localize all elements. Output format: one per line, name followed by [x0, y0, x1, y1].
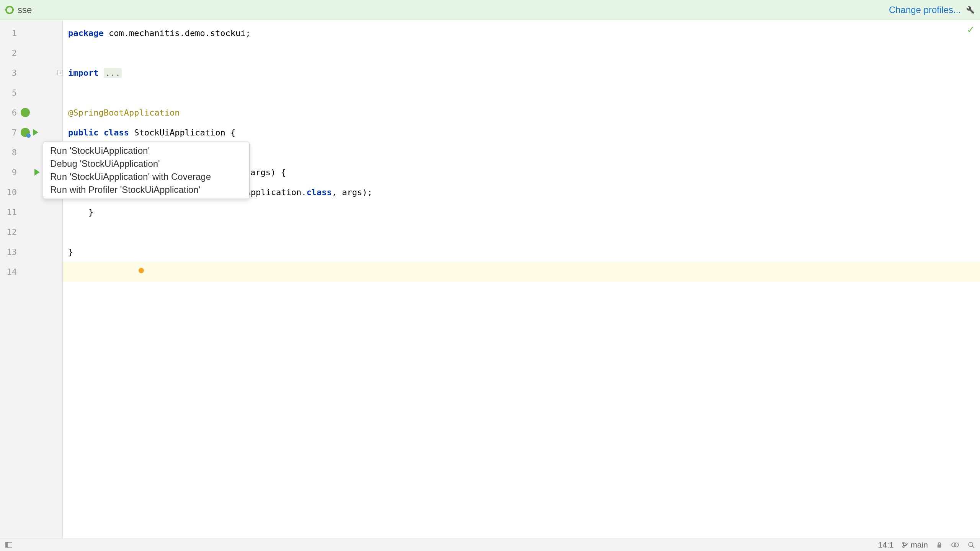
package-name: com.mechanitis.demo.stockui;: [104, 28, 251, 38]
spring-java-icon[interactable]: [21, 128, 30, 137]
svg-point-2: [906, 543, 907, 544]
line-number: 8: [0, 148, 19, 157]
wrench-icon[interactable]: [966, 6, 975, 14]
code-line: [63, 83, 980, 103]
code-text: , args);: [332, 187, 372, 197]
line-number: 1: [0, 28, 19, 38]
code-line: import ...: [63, 63, 980, 83]
keyword: public: [68, 128, 98, 137]
line-number: 7: [0, 128, 19, 137]
cursor-position[interactable]: 14:1: [878, 540, 894, 549]
class-declaration: StockUiApplication {: [129, 128, 235, 137]
gutter-line: 7: [0, 122, 62, 142]
run-triangle-icon[interactable]: [33, 129, 38, 136]
code-text: }: [68, 247, 73, 257]
tool-window-toggle-icon[interactable]: [5, 542, 12, 548]
code-line: [63, 43, 980, 63]
gutter-line: 2: [0, 43, 62, 63]
line-number: 9: [0, 168, 19, 177]
branch-name: main: [910, 540, 928, 549]
banner-title: sse: [18, 5, 32, 15]
run-triangle-icon[interactable]: [34, 169, 40, 176]
status-bar: 14:1 main: [0, 538, 980, 551]
line-number: 3: [0, 68, 19, 78]
lock-icon[interactable]: [936, 541, 942, 548]
banner-left: sse: [5, 5, 32, 15]
editor-container: 1 2 3 + 5 6 7 8 9: [0, 20, 980, 538]
folded-imports[interactable]: ...: [104, 68, 122, 78]
gutter-icons: [32, 169, 40, 176]
keyword: import: [68, 68, 98, 78]
spring-boot-icon: [5, 6, 14, 14]
banner-right: Change profiles...: [889, 5, 975, 15]
svg-point-5: [954, 543, 959, 547]
keyword: package: [68, 28, 104, 38]
line-number: 6: [0, 108, 19, 117]
line-number: 2: [0, 48, 19, 58]
gutter-line: 12: [0, 222, 62, 242]
code-line: package com.mechanitis.demo.stockui;: [63, 23, 980, 43]
menu-debug[interactable]: Debug 'StockUiApplication': [43, 157, 249, 170]
svg-line-7: [972, 546, 974, 548]
git-branch-widget[interactable]: main: [902, 540, 928, 549]
code-line: }: [63, 242, 980, 262]
code-line-current: [63, 262, 980, 282]
code-area[interactable]: ✓ package com.mechanitis.demo.stockui; i…: [63, 20, 980, 538]
svg-point-0: [903, 542, 904, 544]
code-line: [63, 222, 980, 242]
services-icon[interactable]: [951, 541, 959, 548]
search-icon[interactable]: [968, 541, 975, 548]
gutter-icons: [21, 108, 30, 117]
gutter-line: 14: [0, 262, 62, 282]
line-number: 13: [0, 247, 19, 257]
run-context-menu: Run 'StockUiApplication' Debug 'StockUiA…: [43, 142, 250, 199]
svg-point-6: [969, 542, 973, 546]
gutter-line: 3 +: [0, 63, 62, 83]
intention-bulb-icon[interactable]: [139, 268, 144, 273]
svg-point-1: [903, 546, 904, 548]
gutter-line: 13: [0, 242, 62, 262]
keyword: class: [104, 128, 129, 137]
code-line: }: [63, 202, 980, 222]
status-left: [5, 542, 12, 548]
code-text: }: [68, 207, 93, 217]
line-number: 12: [0, 227, 19, 237]
change-profiles-link[interactable]: Change profiles...: [889, 5, 961, 15]
line-number: 10: [0, 187, 19, 197]
line-number: 14: [0, 267, 19, 277]
gutter-line: 5: [0, 83, 62, 103]
gutter-icons: [21, 128, 38, 137]
gutter-line: 1: [0, 23, 62, 43]
line-number: 5: [0, 88, 19, 98]
editor-gutter: 1 2 3 + 5 6 7 8 9: [0, 20, 63, 538]
gutter-line: 11: [0, 202, 62, 222]
menu-run[interactable]: Run 'StockUiApplication': [43, 144, 249, 157]
fold-plus-icon[interactable]: +: [57, 70, 63, 75]
line-number: 11: [0, 207, 19, 217]
menu-coverage[interactable]: Run 'StockUiApplication' with Coverage: [43, 170, 249, 183]
editor-banner: sse Change profiles...: [0, 0, 980, 20]
inspection-ok-icon[interactable]: ✓: [967, 23, 974, 36]
keyword: class: [307, 187, 332, 197]
git-branch-icon: [902, 541, 908, 548]
annotation: @SpringBootApplication: [68, 108, 180, 117]
status-right: 14:1 main: [878, 540, 975, 549]
svg-rect-3: [938, 544, 941, 548]
code-line: public class StockUiApplication {: [63, 122, 980, 142]
menu-profiler[interactable]: Run with Profiler 'StockUiApplication': [43, 183, 249, 196]
code-line: @SpringBootApplication: [63, 103, 980, 122]
gutter-line: 6: [0, 103, 62, 122]
spring-bean-icon[interactable]: [21, 108, 30, 117]
